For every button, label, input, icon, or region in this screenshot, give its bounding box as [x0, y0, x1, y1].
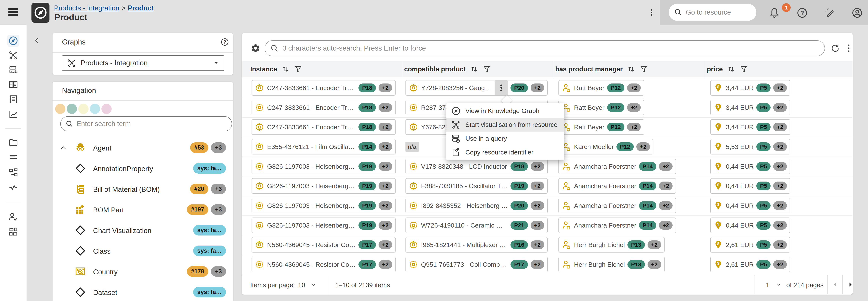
- next-page-icon[interactable]: [847, 281, 854, 288]
- instance-cell[interactable]: N560-4369045 - Resistor Co…P17+2: [252, 237, 396, 253]
- product-manager-cell[interactable]: Anamchara FoerstnerP14+2: [558, 159, 676, 174]
- instance-cell[interactable]: G826-1197003 - Heisenberg …P19+2: [252, 178, 396, 194]
- compatible-product-cell[interactable]: Y728-2083256 - Gauge …P20+2: [405, 80, 548, 96]
- breadcrumb-current-link[interactable]: Product: [128, 4, 154, 12]
- context-menu-item-use-in-a-query[interactable]: Use in a query: [446, 132, 564, 145]
- filter-icon[interactable]: [640, 65, 648, 73]
- rail-item-files[interactable]: [8, 137, 19, 148]
- rail-item-users[interactable]: [8, 212, 19, 222]
- help-icon[interactable]: ?: [797, 7, 808, 19]
- price-cell[interactable]: $ 3,44 EURP5+2: [710, 119, 790, 135]
- compatible-product-cell[interactable]: I965-1821441 - Multiplexer R…P16+2: [405, 237, 548, 253]
- product-manager-cell[interactable]: Anamchara FoerstnerP14+2: [558, 178, 676, 194]
- rail-item-catalog[interactable]: [8, 79, 19, 90]
- compatible-product-cell[interactable]: V178-8820348 - LCD InductorP18+2: [405, 159, 548, 174]
- tree-item-dataset[interactable]: Dataset sys: fa…: [53, 282, 233, 301]
- price-cell[interactable]: $ 3,44 EURP5+2: [710, 100, 790, 115]
- product-manager-cell[interactable]: Herr Burgh EichelP13+2: [558, 237, 664, 253]
- column-header-price[interactable]: price: [707, 61, 748, 77]
- notifications-bell-icon[interactable]: [769, 7, 780, 19]
- column-header-compatible-product[interactable]: compatible product: [404, 61, 491, 77]
- page-number-value[interactable]: 1: [766, 281, 769, 289]
- goto-resource-search[interactable]: Go to resource: [669, 4, 756, 21]
- price-cell[interactable]: $ 2,61 EURP5+2: [710, 237, 790, 253]
- instance-cell[interactable]: G826-1197003 - Heisenberg …P19+2: [252, 198, 396, 213]
- price-cell[interactable]: $ 2,61 EURP5+2: [710, 257, 790, 272]
- product-manager-cell[interactable]: Herr Burgh EichelP13+2: [558, 257, 664, 272]
- sort-icon[interactable]: [281, 64, 290, 74]
- prev-page-icon[interactable]: [832, 281, 839, 288]
- tree-item-annotationproperty[interactable]: AnnotationProperty sys: fa…: [53, 158, 233, 178]
- app-logo[interactable]: [31, 3, 50, 23]
- instance-cell[interactable]: G826-1197003 - Heisenberg …P19+2: [252, 159, 396, 174]
- instance-cell[interactable]: C247-3833661 - Encoder Tra…P18+2: [252, 80, 396, 96]
- price-cell[interactable]: $ 0,44 EURP5+2: [710, 218, 790, 233]
- collapse-node-icon[interactable]: [60, 144, 67, 152]
- breadcrumb-root-link[interactable]: Products - Integration: [54, 4, 119, 12]
- product-manager-cell[interactable]: Ratt BeyerP12+2: [558, 119, 644, 135]
- product-manager-cell[interactable]: Anamchara FoerstnerP14+2: [558, 198, 676, 213]
- instance-cell[interactable]: N560-4369045 - Resistor Co…P17+2: [252, 257, 396, 272]
- context-menu-item-start-visualisation-from-resource[interactable]: Start visualisation from resource: [446, 118, 564, 132]
- compatible-product-cell[interactable]: F388-7030185 - Oscillator Tr…P19+2: [405, 178, 548, 194]
- table-refresh-icon[interactable]: [830, 43, 840, 53]
- rail-item-monitoring[interactable]: [8, 182, 19, 193]
- more-badge: +2: [773, 260, 787, 269]
- compatible-product-cell[interactable]: I892-8435352 - Heisenberg L…P20+2: [405, 198, 548, 213]
- product-manager-cell[interactable]: Anamchara FoerstnerP14+2: [558, 218, 676, 233]
- price-cell[interactable]: $ 3,44 EURP5+2: [710, 80, 790, 96]
- navigation-search-input[interactable]: Enter search term: [60, 116, 232, 131]
- table-settings-gear-icon[interactable]: [251, 43, 260, 53]
- cell-kebab-menu[interactable]: [495, 80, 508, 95]
- price-cell[interactable]: $ 0,44 EURP5+2: [710, 178, 790, 194]
- tree-item-class[interactable]: Class sys: fa…: [53, 241, 233, 261]
- rail-item-visualisation[interactable]: [8, 50, 19, 60]
- sort-icon[interactable]: [726, 64, 736, 74]
- rail-item-knowledge-graph[interactable]: [7, 35, 19, 47]
- tree-item-bom-part[interactable]: BOM Part #197+3: [53, 199, 233, 220]
- price-cell[interactable]: $ 0,44 EURP5+2: [710, 159, 790, 174]
- product-manager-cell[interactable]: Ratt BeyerP12+2: [558, 100, 644, 115]
- price-cell[interactable]: $ 5,53 EURP5+2: [710, 139, 790, 155]
- rail-item-pipelines[interactable]: [8, 167, 19, 177]
- collapse-panel-icon[interactable]: [34, 37, 40, 44]
- filter-icon[interactable]: [740, 65, 748, 73]
- product-manager-cell[interactable]: Ratt BeyerP12+2: [558, 80, 644, 96]
- column-header-has-product-manager[interactable]: has product manager: [555, 61, 648, 77]
- items-per-page-value[interactable]: 10: [298, 281, 305, 289]
- graph-select-dropdown[interactable]: Products - Integration: [62, 55, 224, 71]
- tree-item-agent[interactable]: Agent #53+3: [53, 137, 233, 158]
- instance-cell[interactable]: E355-4376121 - Film Oscillat…P14+2: [252, 139, 396, 155]
- rail-item-queries[interactable]: [8, 65, 19, 75]
- compatible-product-cell[interactable]: W726-4190110 - Ceramic M…P21+2: [405, 218, 548, 233]
- header-kebab-menu-icon[interactable]: [647, 7, 656, 18]
- context-menu-item-view-in-knowledge-graph[interactable]: View in Knowledge Graph: [446, 104, 564, 118]
- compatible-product-cell[interactable]: Q951-7651773 - Coil Compe…P17+2: [405, 257, 548, 272]
- graphs-help-icon[interactable]: ?: [221, 38, 229, 46]
- rail-item-notebook[interactable]: [8, 94, 19, 104]
- tree-item-chart-visualization[interactable]: Chart Visualization sys: fa…: [53, 220, 233, 240]
- instance-cell[interactable]: C247-3833661 - Encoder Tra…P18+2: [252, 100, 396, 115]
- rail-item-charts[interactable]: [8, 109, 19, 120]
- filter-icon[interactable]: [294, 65, 303, 73]
- rail-item-apps[interactable]: [8, 227, 19, 237]
- filter-icon[interactable]: [483, 65, 491, 73]
- instance-cell[interactable]: C247-3833661 - Encoder Tra…P18+2: [252, 119, 396, 135]
- sort-icon[interactable]: [469, 64, 479, 74]
- tree-item-bill-of-material-bom-[interactable]: Bill of Material (BOM) #20+3: [53, 179, 233, 199]
- account-icon[interactable]: [851, 7, 863, 19]
- price-cell[interactable]: $ 0,44 EURP5+2: [710, 198, 790, 213]
- sort-icon[interactable]: [626, 64, 636, 74]
- page-caret-icon[interactable]: [775, 281, 782, 288]
- context-menu-item-copy-resource-identifier[interactable]: Copy resource identifier: [446, 145, 564, 159]
- product-manager-cell[interactable]: Karch MoellerP12+2: [558, 139, 653, 155]
- hamburger-menu-icon[interactable]: [8, 8, 18, 17]
- column-header-instance[interactable]: Instance: [250, 61, 303, 77]
- rail-item-texts[interactable]: [8, 153, 19, 163]
- table-kebab-menu-icon[interactable]: [844, 43, 854, 54]
- magic-wand-icon[interactable]: [824, 7, 836, 19]
- instance-cell[interactable]: G826-1197003 - Heisenberg …P19+2: [252, 218, 396, 233]
- tree-item-country[interactable]: Country #178+3: [53, 261, 233, 282]
- items-per-page-caret-icon[interactable]: [310, 281, 317, 288]
- table-search-input[interactable]: 3 characters auto-search. Press Enter to…: [265, 40, 825, 56]
